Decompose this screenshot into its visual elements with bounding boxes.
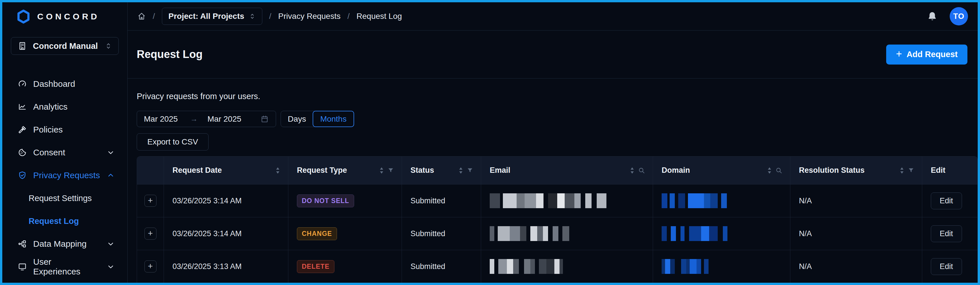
- edit-button[interactable]: Edit: [931, 258, 962, 275]
- toggle-days[interactable]: Days: [281, 111, 313, 127]
- cell-email: [481, 217, 653, 250]
- cookie-icon: [18, 148, 27, 157]
- column-header-email[interactable]: Email: [481, 157, 653, 184]
- column-header-edit: Edit: [922, 157, 977, 184]
- search-icon[interactable]: [775, 167, 783, 174]
- sort-icon[interactable]: [629, 166, 635, 174]
- column-header-request-type[interactable]: Request Type: [288, 157, 402, 184]
- date-range-start: Mar 2025: [144, 114, 178, 124]
- sidebar-item-request-settings[interactable]: Request Settings: [11, 187, 119, 210]
- column-label: Domain: [662, 166, 690, 175]
- filter-icon[interactable]: [466, 167, 473, 174]
- sidebar-item-label: Request Settings: [29, 194, 92, 203]
- column-header-resolution-status[interactable]: Resolution Status: [790, 157, 922, 184]
- arrow-right-icon: →: [190, 114, 198, 124]
- filter-icon[interactable]: [387, 167, 394, 174]
- organization-selector[interactable]: Concord Manual ...: [11, 37, 119, 55]
- add-request-button[interactable]: + Add Request: [886, 44, 967, 65]
- cell-domain: [653, 184, 790, 217]
- date-range-picker[interactable]: Mar 2025 → Mar 2025: [137, 111, 276, 127]
- resolution-text: N/A: [799, 229, 812, 238]
- sort-icon[interactable]: [767, 166, 772, 174]
- notifications-bell-icon[interactable]: [927, 11, 938, 22]
- sort-icon[interactable]: [899, 166, 905, 174]
- expand-column-header: [137, 157, 164, 184]
- cell-resolution-status: N/A: [790, 184, 922, 217]
- project-selector[interactable]: Project: All Projects: [162, 8, 262, 25]
- breadcrumb-separator: /: [153, 12, 155, 21]
- user-avatar[interactable]: TO: [950, 7, 968, 25]
- cell-request-type: DELETE: [288, 250, 402, 283]
- column-header-domain[interactable]: Domain: [653, 157, 790, 184]
- chevron-down-icon: [107, 149, 115, 157]
- request-type-badge: DO NOT SELL: [297, 195, 354, 207]
- cell-email: [481, 184, 653, 217]
- chevron-down-icon: [107, 263, 115, 271]
- organization-name: Concord Manual ...: [33, 41, 99, 51]
- column-header-status[interactable]: Status: [402, 157, 481, 184]
- sidebar-item-consent[interactable]: Consent: [11, 141, 119, 164]
- column-label: Request Type: [297, 166, 347, 175]
- column-label: Resolution Status: [799, 166, 865, 175]
- search-icon[interactable]: [638, 167, 645, 174]
- date-range-end: Mar 2025: [207, 114, 241, 124]
- resolution-text: N/A: [799, 262, 812, 271]
- sidebar-item-analytics[interactable]: Analytics: [11, 95, 119, 118]
- column-label: Request Date: [172, 166, 222, 175]
- table-header-row: Request Date Request Type Status: [137, 157, 977, 184]
- edit-button[interactable]: Edit: [931, 193, 962, 209]
- cell-status: Submitted: [402, 184, 481, 217]
- brand-logo: CONCORD: [11, 2, 119, 30]
- column-header-request-date[interactable]: Request Date: [164, 157, 288, 184]
- breadcrumb-privacy-requests[interactable]: Privacy Requests: [278, 12, 341, 21]
- edit-button[interactable]: Edit: [931, 225, 962, 242]
- redacted-domain: [662, 193, 727, 208]
- toggle-months[interactable]: Months: [313, 111, 354, 127]
- select-updown-icon: [105, 42, 112, 50]
- sidebar-item-label: Privacy Requests: [33, 171, 100, 180]
- home-icon[interactable]: [137, 12, 146, 21]
- sidebar-item-user-experiences[interactable]: User Experiences: [11, 255, 119, 278]
- filter-icon[interactable]: [908, 167, 915, 174]
- sidebar-item-label: Request Log: [29, 217, 79, 226]
- expand-row-button[interactable]: +: [145, 260, 156, 272]
- sort-icon[interactable]: [379, 166, 385, 174]
- line-chart-icon: [18, 102, 27, 111]
- cell-edit: Edit: [922, 217, 977, 250]
- expand-row-button[interactable]: +: [145, 195, 156, 207]
- filter-controls: Mar 2025 → Mar 2025 Days Months: [137, 111, 978, 127]
- select-updown-icon: [249, 13, 256, 20]
- sidebar-item-request-log[interactable]: Request Log: [11, 210, 119, 233]
- data-nodes-icon: [18, 239, 27, 249]
- redacted-email: [490, 226, 569, 241]
- cell-request-date: 03/26/2025 3:14 AM: [164, 217, 288, 250]
- chevron-down-icon: [107, 240, 115, 248]
- sidebar-item-policies[interactable]: Policies: [11, 118, 119, 141]
- cell-resolution-status: N/A: [790, 217, 922, 250]
- sort-icon[interactable]: [275, 166, 281, 174]
- sidebar-item-label: Analytics: [33, 102, 67, 112]
- expand-row-button[interactable]: +: [145, 228, 156, 240]
- sidebar-item-label: Consent: [33, 148, 65, 157]
- cell-request-type: CHANGE: [288, 217, 402, 250]
- add-request-label: Add Request: [907, 50, 958, 59]
- gavel-icon: [18, 125, 27, 134]
- sort-icon[interactable]: [458, 166, 464, 174]
- sidebar: CONCORD Concord Manual ...: [2, 2, 127, 283]
- calendar-icon: [260, 115, 269, 124]
- breadcrumb-separator: /: [347, 12, 350, 21]
- cell-email: [481, 250, 653, 283]
- redacted-domain: [662, 259, 708, 274]
- project-selector-label: Project: All Projects: [169, 12, 244, 21]
- export-csv-button[interactable]: Export to CSV: [137, 133, 208, 150]
- sidebar-item-label: Policies: [33, 125, 63, 135]
- sidebar-item-label: Dashboard: [33, 79, 75, 89]
- redacted-domain: [662, 226, 727, 241]
- sidebar-item-data-mapping[interactable]: Data Mapping: [11, 233, 119, 255]
- sidebar-item-privacy-requests[interactable]: Privacy Requests: [11, 164, 119, 187]
- request-date: 03/26/2025 3:13 AM: [172, 262, 242, 271]
- cell-status: Submitted: [402, 217, 481, 250]
- brand-name: CONCORD: [37, 12, 100, 21]
- sidebar-item-dashboard[interactable]: Dashboard: [11, 73, 119, 95]
- breadcrumb-request-log[interactable]: Request Log: [356, 12, 402, 21]
